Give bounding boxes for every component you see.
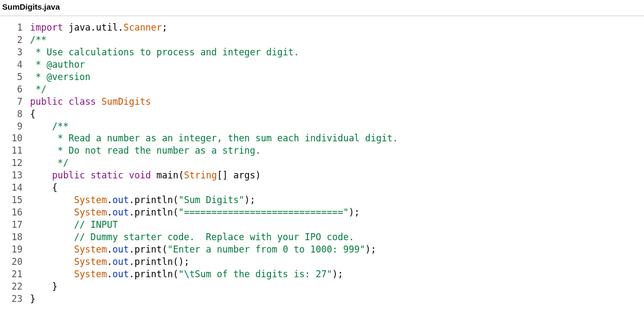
line-source: { — [30, 108, 398, 120]
line-source: * @author — [30, 59, 398, 71]
token-kw: static — [91, 170, 123, 181]
line-source: System.out.print("Enter a number from 0 … — [30, 243, 398, 256]
line-source: System.out.println(); — [30, 256, 398, 268]
token-punct: .println( — [129, 195, 178, 205]
token-punct — [30, 157, 52, 168]
token-punct — [30, 256, 74, 267]
line-number: 7 — [0, 96, 30, 108]
token-comment: * @version — [30, 71, 91, 82]
token-punct: . — [107, 244, 112, 255]
token-kw: public — [52, 170, 85, 181]
line-number: 11 — [0, 145, 30, 157]
line-source: System.out.println("====================… — [30, 206, 398, 219]
token-punct — [30, 145, 52, 156]
line-source: System.out.println("Sum Digits"); — [30, 194, 398, 206]
token-cls: SumDigits — [101, 96, 151, 107]
code-line: 23} — [0, 293, 398, 305]
line-source: // INPUT — [30, 219, 398, 231]
token-punct: { — [30, 109, 35, 119]
code-line: 13 public static void main(String[] args… — [0, 169, 398, 182]
line-number: 4 — [0, 59, 30, 71]
token-punct: ); — [332, 269, 343, 279]
token-comment: // Dummy starter code. Replace with your… — [74, 232, 354, 242]
token-cls: System — [74, 244, 107, 255]
token-punct: .println(); — [129, 256, 189, 267]
line-source: /** — [30, 120, 398, 133]
code-block: 1import java.util.Scanner;2/**3 * Use ca… — [0, 21, 398, 305]
token-fld: out — [113, 244, 129, 255]
token-str: "\tSum of the digits is: 27" — [178, 269, 332, 279]
line-source: */ — [30, 83, 398, 96]
code-line: 15 System.out.println("Sum Digits"); — [0, 194, 398, 206]
token-comment: * @author — [30, 59, 85, 70]
code-line: 21 System.out.println("\tSum of the digi… — [0, 268, 398, 280]
token-punct — [151, 170, 156, 181]
token-punct: ); — [244, 195, 255, 205]
code-line: 18 // Dummy starter code. Replace with y… — [0, 231, 398, 243]
token-kw: public — [30, 96, 63, 107]
line-number: 22 — [0, 280, 30, 293]
token-cls: System — [74, 269, 107, 279]
token-comment: */ — [52, 157, 69, 168]
line-source: System.out.println("\tSum of the digits … — [30, 268, 398, 280]
line-number: 17 — [0, 219, 30, 231]
line-source: * Do not read the number as a string. — [30, 145, 398, 157]
token-cls: Scanner — [123, 22, 162, 33]
line-source: * @version — [30, 71, 398, 83]
file-name: SumDigits.java — [0, 0, 644, 16]
line-number: 10 — [0, 132, 30, 145]
token-str: "Sum Digits" — [178, 195, 244, 205]
code-line: 7public class SumDigits — [0, 96, 398, 108]
token-punct: . — [107, 195, 112, 205]
token-comment: // INPUT — [74, 219, 118, 230]
line-source: public class SumDigits — [30, 96, 398, 108]
line-number: 23 — [0, 293, 30, 305]
code-line: 20 System.out.println(); — [0, 256, 398, 268]
token-fld: out — [113, 256, 129, 267]
line-number: 16 — [0, 206, 30, 219]
token-punct — [30, 219, 74, 230]
token-cls: System — [74, 256, 107, 267]
token-punct: } — [30, 293, 35, 304]
code-line: 2/** — [0, 34, 398, 46]
token-punct — [30, 269, 74, 279]
code-line: 1import java.util.Scanner; — [0, 21, 398, 34]
code-line: 16 System.out.println("=================… — [0, 206, 398, 219]
token-punct — [30, 232, 74, 242]
line-source: */ — [30, 157, 398, 169]
token-cls: System — [74, 207, 107, 218]
token-punct — [30, 133, 52, 143]
token-str: "=============================" — [178, 207, 348, 218]
token-punct — [85, 170, 90, 181]
code-line: 8{ — [0, 108, 398, 120]
line-number: 13 — [0, 169, 30, 182]
token-punct: . — [107, 256, 112, 267]
token-punct — [96, 96, 101, 107]
line-number: 21 — [0, 268, 30, 280]
code-line: 19 System.out.print("Enter a number from… — [0, 243, 398, 256]
token-comment: /** — [30, 34, 47, 45]
line-number: 6 — [0, 83, 30, 96]
token-comment: */ — [30, 84, 47, 95]
line-number: 3 — [0, 46, 30, 59]
line-number: 19 — [0, 243, 30, 256]
token-str: "Enter a number from 0 to 1000: 999" — [167, 244, 365, 255]
token-comment: /** — [52, 121, 69, 132]
token-comment: * Use calculations to process and intege… — [30, 47, 299, 57]
line-number: 14 — [0, 182, 30, 194]
token-punct — [30, 244, 74, 255]
line-number: 8 — [0, 108, 30, 120]
line-source: * Use calculations to process and intege… — [30, 46, 398, 59]
line-number: 9 — [0, 120, 30, 133]
token-pkg: java.util. — [69, 22, 123, 33]
token-punct — [63, 22, 68, 33]
token-punct — [123, 170, 129, 181]
line-source: import java.util.Scanner; — [30, 21, 398, 34]
token-fld: out — [113, 269, 129, 279]
code-line: 10 * Read a number as an integer, then s… — [0, 132, 398, 145]
token-punct: { — [30, 182, 57, 193]
line-source: public static void main(String[] args) — [30, 169, 398, 182]
token-kw: class — [69, 96, 96, 107]
token-punct: ); — [365, 244, 376, 255]
code-line: 12 */ — [0, 157, 398, 169]
